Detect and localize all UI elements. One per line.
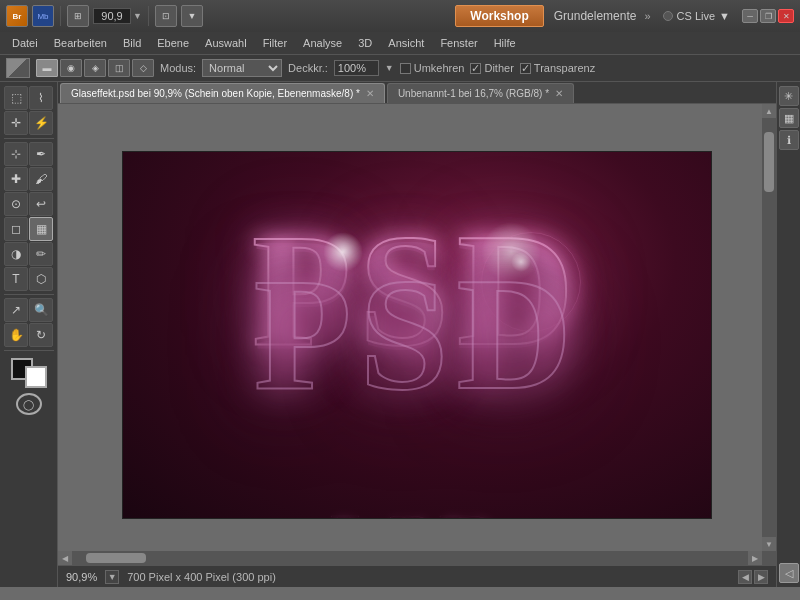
dither-checkbox-label[interactable]: ✓ Dither	[470, 62, 513, 74]
minibridge-button[interactable]: Mb	[32, 5, 54, 27]
cs-live-label: CS Live	[677, 10, 716, 22]
layout-icon[interactable]: ⊞	[67, 5, 89, 27]
marquee-tool[interactable]: ⬚	[4, 86, 28, 110]
document-dimensions: 700 Pixel x 400 Pixel (300 ppi)	[127, 571, 276, 583]
histogram-icon[interactable]: ▦	[779, 108, 799, 128]
menu-bearbeiten[interactable]: Bearbeiten	[46, 35, 115, 51]
workspace-button[interactable]: Workshop	[455, 5, 543, 27]
tab-glaseffekt[interactable]: Glaseffekt.psd bei 90,9% (Schein oben Ko…	[60, 83, 385, 103]
view-extra-icon[interactable]: ▼	[181, 5, 203, 27]
tool-row-8: T ⬡	[4, 267, 53, 291]
restore-button[interactable]: ❐	[760, 9, 776, 23]
dodge-tool[interactable]: ◑	[4, 242, 28, 266]
vertical-scrollbar[interactable]: ▲ ▼	[762, 104, 776, 551]
menu-filter[interactable]: Filter	[255, 35, 295, 51]
status-info-icon[interactable]: ▼	[105, 570, 119, 584]
horizontal-scrollbar[interactable]: ◀ ▶	[58, 551, 762, 565]
menu-ebene[interactable]: Ebene	[149, 35, 197, 51]
opacity-arrow[interactable]: ▼	[385, 63, 394, 73]
transparenz-checkbox[interactable]: ✓	[520, 63, 531, 74]
transparenz-label: Transparenz	[534, 62, 595, 74]
cs-live-group[interactable]: CS Live ▼	[663, 10, 730, 22]
angle-gradient-button[interactable]: ◈	[84, 59, 106, 77]
umkehren-checkbox[interactable]	[400, 63, 411, 74]
nav-controls: ◀ ▶	[738, 570, 768, 584]
eraser-tool[interactable]: ◻	[4, 217, 28, 241]
wand-tool[interactable]: ⚡	[29, 111, 53, 135]
eyedropper-tool[interactable]: ✒	[29, 142, 53, 166]
tab-glaseffekt-close[interactable]: ✕	[366, 88, 374, 99]
horizontal-scroll-thumb[interactable]	[86, 553, 146, 563]
opacity-input[interactable]	[334, 60, 379, 76]
psd-reflection: PSD	[123, 508, 711, 519]
healing-tool[interactable]: ✚	[4, 167, 28, 191]
cs-live-dot	[663, 11, 673, 21]
background-color[interactable]	[25, 366, 47, 388]
pen-tool[interactable]: ✏	[29, 242, 53, 266]
panel-expand-icon[interactable]: ◁	[779, 563, 799, 583]
nav-next-button[interactable]: ▶	[754, 570, 768, 584]
compass-icon[interactable]: ✳	[779, 86, 799, 106]
canvas-wrapper: PSD PSD PSD PSD	[102, 131, 732, 539]
scroll-right-arrow[interactable]: ▶	[748, 551, 762, 565]
linear-gradient-button[interactable]: ▬	[36, 59, 58, 77]
expand-button[interactable]: »	[644, 10, 650, 22]
vertical-scroll-thumb[interactable]	[764, 132, 774, 192]
menu-3d[interactable]: 3D	[350, 35, 380, 51]
diamond-gradient-button[interactable]: ◇	[132, 59, 154, 77]
tool-row-4: ✚ 🖌	[4, 167, 53, 191]
dither-checkbox[interactable]: ✓	[470, 63, 481, 74]
menu-ansicht[interactable]: Ansicht	[380, 35, 432, 51]
bridge-button[interactable]: Br	[6, 5, 28, 27]
canvas-scroll-area: PSD PSD PSD PSD ▲ ▼ ◀	[58, 104, 776, 565]
tool-row-10: ✋ ↻	[4, 323, 53, 347]
canvas[interactable]: PSD PSD PSD PSD	[122, 151, 712, 519]
close-button[interactable]: ✕	[778, 9, 794, 23]
right-panel: ✳ ▦ ℹ ◁	[776, 82, 800, 587]
move-tool[interactable]: ✛	[4, 111, 28, 135]
menu-analyse[interactable]: Analyse	[295, 35, 350, 51]
reflected-gradient-button[interactable]: ◫	[108, 59, 130, 77]
window-controls: ─ ❐ ✕	[742, 9, 794, 23]
nav-prev-button[interactable]: ◀	[738, 570, 752, 584]
gradient-tool[interactable]: ▦	[29, 217, 53, 241]
cs-live-arrow[interactable]: ▼	[719, 10, 730, 22]
shape-tool[interactable]: ⬡	[29, 267, 53, 291]
scroll-left-arrow[interactable]: ◀	[58, 551, 72, 565]
umkehren-checkbox-label[interactable]: Umkehren	[400, 62, 465, 74]
gradient-swatch[interactable]	[6, 58, 30, 78]
stamp-tool[interactable]: ⊙	[4, 192, 28, 216]
scroll-up-arrow[interactable]: ▲	[762, 104, 776, 118]
tool-row-9: ↗ 🔍	[4, 298, 53, 322]
menu-fenster[interactable]: Fenster	[432, 35, 485, 51]
radial-gradient-button[interactable]: ◉	[60, 59, 82, 77]
rotate-tool[interactable]: ↻	[29, 323, 53, 347]
tabs-bar: Glaseffekt.psd bei 90,9% (Schein oben Ko…	[58, 82, 776, 104]
quick-mask-button[interactable]: ◯	[16, 393, 42, 415]
tab-unbenannt[interactable]: Unbenannt-1 bei 16,7% (RGB/8) * ✕	[387, 83, 574, 103]
history-tool[interactable]: ↩	[29, 192, 53, 216]
crop-tool[interactable]: ⊹	[4, 142, 28, 166]
path-selection-tool[interactable]: ↗	[4, 298, 28, 322]
zoom-value[interactable]: 90,9	[93, 8, 131, 24]
scroll-corner	[762, 551, 776, 565]
info-icon[interactable]: ℹ	[779, 130, 799, 150]
minimize-button[interactable]: ─	[742, 9, 758, 23]
menu-auswahl[interactable]: Auswahl	[197, 35, 255, 51]
view-options-icon[interactable]: ⊡	[155, 5, 177, 27]
color-swatches[interactable]	[11, 358, 47, 388]
lasso-tool[interactable]: ⌇	[29, 86, 53, 110]
menu-bild[interactable]: Bild	[115, 35, 149, 51]
menu-hilfe[interactable]: Hilfe	[486, 35, 524, 51]
zoom-arrow[interactable]: ▼	[133, 11, 142, 21]
zoom-tool[interactable]: 🔍	[29, 298, 53, 322]
hand-tool[interactable]: ✋	[4, 323, 28, 347]
brush-tool[interactable]: 🖌	[29, 167, 53, 191]
text-tool[interactable]: T	[4, 267, 28, 291]
mode-select[interactable]: Normal	[202, 59, 282, 77]
scroll-down-arrow[interactable]: ▼	[762, 537, 776, 551]
transparenz-checkbox-label[interactable]: ✓ Transparenz	[520, 62, 595, 74]
tool-row-1: ⬚ ⌇	[4, 86, 53, 110]
menu-datei[interactable]: Datei	[4, 35, 46, 51]
tab-unbenannt-close[interactable]: ✕	[555, 88, 563, 99]
